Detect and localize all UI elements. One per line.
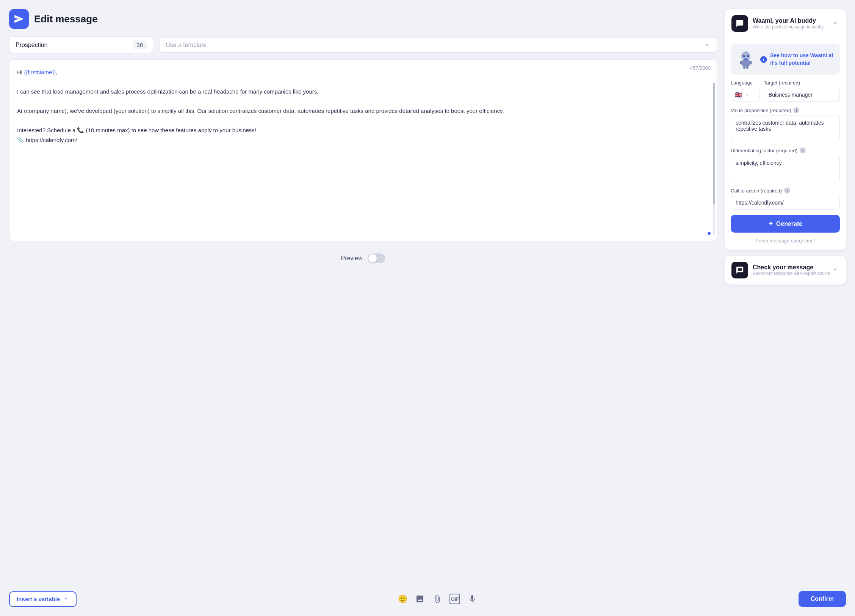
value-prop-group: Value proposition (required) i centraliz…	[731, 107, 840, 142]
target-field-group: Target (required)	[764, 80, 840, 102]
message-content[interactable]: Hi {{firstName}}, I can see that lead ma…	[17, 67, 709, 145]
collapse-button[interactable]	[832, 19, 839, 28]
language-target-row: Language 🇬🇧 Target (required)	[731, 80, 840, 102]
waami-robot-icon	[736, 50, 756, 69]
language-label: Language	[731, 80, 760, 86]
cta-group: Call to action (required) i	[731, 188, 840, 210]
value-prop-input[interactable]: centralizes customer data, automates rep…	[731, 116, 840, 142]
ai-panel: Waami, your AI buddy Write the perfect m…	[725, 9, 846, 250]
preview-toggle[interactable]	[368, 253, 385, 263]
check-expand-button[interactable]	[832, 266, 839, 275]
value-prop-info-icon: i	[793, 107, 799, 113]
preview-row: Preview	[9, 247, 717, 266]
image-button[interactable]	[415, 594, 425, 604]
svg-point-2	[743, 55, 745, 57]
cta-input[interactable]	[731, 196, 840, 210]
cta-info-icon: i	[784, 188, 790, 194]
message-line-4: Interested? Schedule a 📞 (10 minutes max…	[17, 125, 702, 145]
ai-icon-box	[731, 15, 748, 32]
message-line-2: I can see that lead management and sales…	[17, 87, 702, 97]
bottom-icons: 🙂 GIF	[397, 594, 478, 604]
diff-factor-info-icon: i	[800, 147, 806, 153]
attachment-button[interactable]	[432, 594, 443, 604]
emoji-button[interactable]: 🙂	[397, 594, 408, 604]
ai-panel-body: i See how to use Waami at it's full pote…	[725, 38, 846, 250]
value-prop-label: Value proposition (required)	[731, 108, 791, 113]
prospection-badge: Prospection 38	[9, 36, 153, 53]
char-count: 457/8000	[690, 65, 711, 71]
svg-rect-8	[750, 61, 752, 64]
message-line-3: At (company name), we've developed (your…	[17, 106, 702, 116]
svg-rect-1	[742, 60, 750, 66]
scrollbar-thumb	[713, 83, 715, 205]
info-icon: i	[760, 56, 767, 63]
language-select[interactable]: 🇬🇧	[731, 88, 760, 102]
language-field-group: Language 🇬🇧	[731, 80, 760, 102]
svg-rect-4	[744, 58, 748, 59]
insert-variable-button[interactable]: Insert a variable	[9, 591, 77, 607]
generate-label: Generate	[776, 220, 802, 227]
template-placeholder: Use a template	[166, 42, 207, 48]
app-icon	[9, 9, 29, 29]
svg-point-3	[747, 55, 749, 57]
message-editor[interactable]: 457/8000 Hi {{firstName}}, I can see tha…	[9, 59, 717, 241]
bottom-toolbar: Insert a variable 🙂 GIF Confirm	[0, 585, 855, 616]
generate-button[interactable]: ✦ Generate	[731, 215, 840, 233]
gif-button[interactable]: GIF	[449, 594, 460, 604]
svg-rect-9	[743, 66, 745, 69]
insert-variable-label: Insert a variable	[17, 596, 60, 602]
flag-emoji: 🇬🇧	[735, 91, 742, 98]
ai-panel-header: Waami, your AI buddy Write the perfect m…	[725, 9, 846, 38]
cta-label: Call to action (required)	[731, 188, 782, 194]
target-label: Target (required)	[764, 80, 840, 86]
svg-rect-7	[740, 61, 742, 64]
target-input[interactable]	[764, 88, 840, 102]
promo-link[interactable]: See how to use Waami at it's full potent…	[770, 52, 835, 67]
page-title: Edit message	[34, 13, 98, 25]
preview-label: Preview	[341, 255, 363, 262]
ai-subtitle: Write the perfect message instantly	[753, 24, 824, 30]
diff-factor-group: Differentiating factor (required) i simp…	[731, 147, 840, 182]
waami-promo-banner[interactable]: i See how to use Waami at it's full pote…	[731, 44, 840, 75]
scroll-indicator	[708, 232, 711, 235]
ai-title: Waami, your AI buddy	[753, 17, 824, 24]
scrollbar-track[interactable]	[713, 83, 715, 235]
diff-factor-label: Differentiating factor (required)	[731, 148, 797, 153]
mic-button[interactable]	[467, 594, 478, 604]
firstname-variable: {{firstName}}	[24, 69, 56, 75]
confirm-button[interactable]: Confirm	[799, 591, 846, 607]
fresh-message-text: Fresh message every time!	[731, 238, 840, 244]
check-title: Check your message	[753, 264, 830, 271]
svg-rect-10	[746, 66, 749, 69]
check-icon-box	[731, 262, 748, 278]
template-dropdown[interactable]: Use a template	[159, 38, 717, 53]
check-panel: Check your message Skyrocket response wi…	[725, 256, 846, 285]
diff-factor-input[interactable]: simplicity, efficiency	[731, 156, 840, 182]
sparkle-icon: ✦	[768, 220, 773, 227]
prospection-count: 38	[133, 41, 147, 49]
check-subtitle: Skyrocket response with expert advice	[753, 271, 830, 276]
prospection-label: Prospection	[16, 42, 48, 48]
toolbar-row: Prospection 38 Use a template	[9, 36, 717, 53]
